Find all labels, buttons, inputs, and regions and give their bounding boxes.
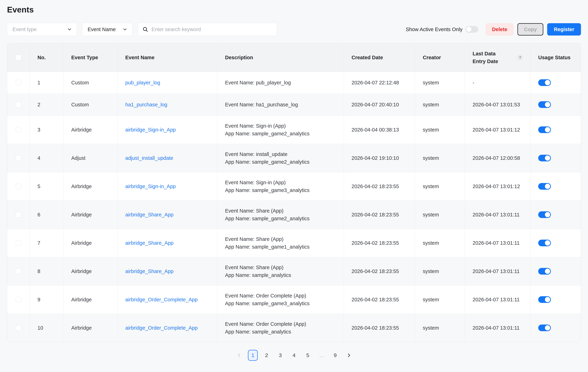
usage-status-toggle[interactable] — [538, 211, 551, 218]
column-header-no: No. — [30, 43, 63, 71]
usage-status-toggle[interactable] — [538, 240, 551, 246]
row-no: 10 — [30, 314, 63, 342]
event-type-select-value: Event type — [12, 27, 37, 32]
row-checkbox-cell — [7, 285, 30, 314]
row-checkbox[interactable] — [16, 102, 21, 107]
toggle-knob — [545, 297, 550, 302]
table-row: 5Airbridgeairbridge_Sign-in_AppEvent Nam… — [7, 172, 581, 201]
table-row: 8Airbridgeairbridge_Share_AppEvent Name:… — [7, 257, 581, 285]
toggle-knob — [545, 80, 550, 85]
usage-status-toggle[interactable] — [538, 126, 551, 133]
pagination-page-9[interactable]: 9 — [330, 350, 340, 361]
description-line: App Name: sample_analytics — [225, 271, 291, 279]
event-name-link[interactable]: airbridge_Order_Complete_App — [125, 296, 198, 303]
column-header-last-data-entry-date: Last Data Entry Date ? — [465, 43, 530, 71]
pagination-page-4[interactable]: 4 — [289, 350, 299, 361]
row-event-type: Airbridge — [63, 116, 117, 144]
description-line: Event Name: Share (App) — [225, 235, 309, 243]
row-usage-status-cell — [530, 172, 581, 201]
row-checkbox[interactable] — [16, 297, 21, 302]
row-creator: system — [415, 144, 465, 172]
toggle-knob — [545, 155, 550, 161]
toggle-knob — [545, 102, 550, 107]
row-last-entry-date: 2026-04-07 13:01:12 — [465, 116, 530, 144]
event-name-link[interactable]: adjust_install_update — [125, 154, 173, 162]
row-checkbox[interactable] — [16, 325, 21, 331]
pagination-page-1[interactable]: 1 — [248, 350, 258, 361]
usage-status-toggle[interactable] — [538, 268, 551, 275]
chevron-right-icon — [346, 352, 352, 358]
toggle-knob — [545, 127, 550, 132]
event-name-link[interactable]: ha1_purchase_log — [125, 101, 167, 109]
row-checkbox[interactable] — [16, 80, 21, 85]
filter-bar: Event type Event Name Show Active Events… — [7, 23, 581, 36]
row-no: 5 — [30, 172, 63, 201]
row-checkbox[interactable] — [16, 155, 21, 161]
row-creator: system — [415, 314, 465, 342]
event-name-link[interactable]: airbridge_Sign-in_App — [125, 182, 176, 190]
row-creator: system — [415, 172, 465, 201]
search-field-select-value: Event Name — [88, 27, 116, 32]
usage-status-toggle[interactable] — [538, 296, 551, 303]
row-checkbox[interactable] — [16, 183, 21, 189]
row-no: 8 — [30, 257, 63, 285]
events-page: Events Event type Event Name Show Active… — [0, 0, 588, 372]
row-checkbox-cell — [7, 72, 30, 93]
row-creator: system — [415, 201, 465, 229]
toggle-knob — [545, 325, 550, 331]
usage-status-toggle[interactable] — [538, 183, 551, 190]
event-name-link[interactable]: airbridge_Share_App — [125, 211, 173, 219]
row-no: 7 — [30, 229, 63, 257]
column-header-creator: Creator — [415, 43, 465, 71]
pagination-ellipsis: ... — [316, 350, 326, 361]
description-line: Event Name: Order Complete (App) — [225, 292, 309, 300]
event-name-link[interactable]: pub_player_log — [125, 79, 160, 87]
row-created-date: 2026-04-02 18:23:55 — [344, 201, 415, 229]
row-description: Event Name: Order Complete (App)App Name… — [217, 285, 344, 314]
pagination-next-button[interactable] — [344, 350, 354, 361]
usage-status-toggle[interactable] — [538, 101, 551, 108]
register-button[interactable]: Register — [547, 23, 581, 36]
row-checkbox-cell — [7, 172, 30, 201]
usage-status-toggle[interactable] — [538, 155, 551, 161]
event-name-link[interactable]: airbridge_Order_Complete_App — [125, 324, 198, 332]
row-checkbox-cell — [7, 116, 30, 144]
search-box — [138, 23, 277, 36]
chevron-down-icon — [67, 27, 72, 32]
show-active-toggle[interactable] — [466, 26, 478, 33]
row-checkbox[interactable] — [16, 212, 21, 218]
description-lines: Event Name: Order Complete (App)App Name… — [225, 292, 309, 307]
help-icon[interactable]: ? — [517, 55, 523, 60]
row-checkbox[interactable] — [16, 269, 21, 274]
row-created-date: 2026-04-04 00:38:13 — [344, 116, 415, 144]
search-input[interactable] — [151, 27, 273, 32]
pagination-page-2[interactable]: 2 — [262, 350, 272, 361]
usage-status-toggle[interactable] — [538, 79, 551, 86]
row-checkbox[interactable] — [16, 240, 21, 246]
row-checkbox-cell — [7, 314, 30, 342]
table-row: 9Airbridgeairbridge_Order_Complete_AppEv… — [7, 285, 581, 314]
event-name-link[interactable]: airbridge_Share_App — [125, 239, 173, 247]
event-name-link[interactable]: airbridge_Share_App — [125, 267, 173, 275]
event-type-select[interactable]: Event type — [7, 23, 77, 36]
search-field-select[interactable]: Event Name — [82, 23, 132, 36]
row-checkbox[interactable] — [16, 127, 21, 132]
row-created-date: 2026-04-02 18:23:55 — [344, 229, 415, 257]
pagination-page-5[interactable]: 5 — [303, 350, 313, 361]
row-usage-status-cell — [530, 201, 581, 229]
pagination-page-3[interactable]: 3 — [275, 350, 285, 361]
select-all-checkbox[interactable] — [16, 55, 21, 60]
column-header-event-name: Event Name — [117, 43, 217, 71]
event-name-link[interactable]: airbridge_Sign-in_App — [125, 126, 176, 134]
pagination-prev-button — [234, 350, 244, 361]
row-last-entry-date: 2026-04-07 13:01:11 — [465, 229, 530, 257]
description-line: Event Name: pub_player_log — [225, 79, 291, 87]
row-created-date: 2026-04-02 18:23:55 — [344, 172, 415, 201]
row-event-type: Adjust — [63, 144, 117, 172]
copy-button[interactable]: Copy — [517, 23, 543, 36]
delete-button[interactable]: Delete — [486, 23, 514, 36]
toggle-knob — [545, 269, 550, 274]
table-row: 7Airbridgeairbridge_Share_AppEvent Name:… — [7, 229, 581, 257]
usage-status-toggle[interactable] — [538, 324, 551, 331]
row-last-entry-date: 2026-04-07 13:01:11 — [465, 201, 530, 229]
